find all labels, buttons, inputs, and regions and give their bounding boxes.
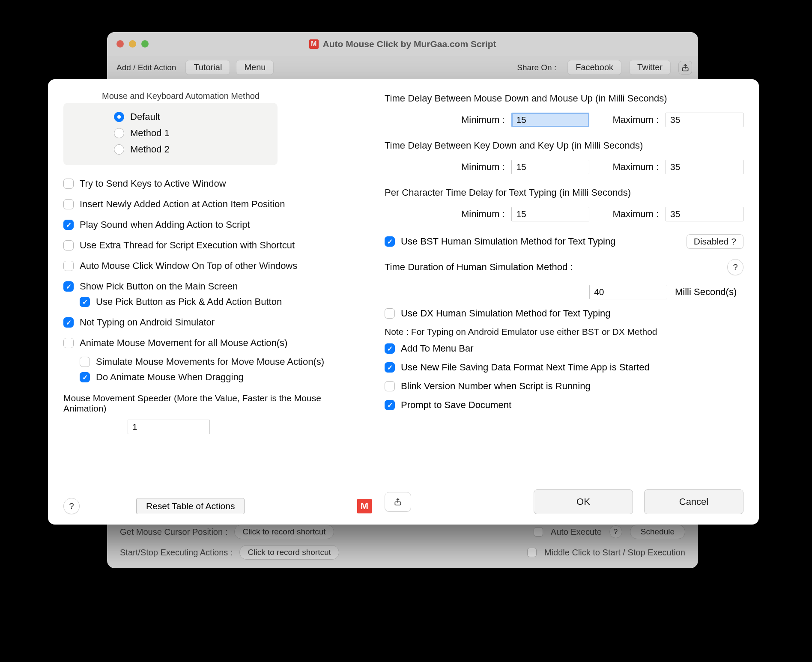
send-keys-label: Try to Send Keys to Active Window xyxy=(80,178,226,189)
mouse-max-label: Maximum : xyxy=(612,114,659,125)
send-keys-checkbox[interactable] xyxy=(63,179,74,189)
extra-thread-checkbox[interactable] xyxy=(63,240,74,250)
method-1-label: Method 1 xyxy=(130,128,170,139)
key-delay-title: Time Delay Between Key Down and Key Up (… xyxy=(385,140,743,151)
char-min-label: Minimum : xyxy=(461,209,505,220)
animate-drag-checkbox[interactable] xyxy=(80,372,90,382)
show-pick-checkbox[interactable] xyxy=(63,281,74,292)
sim-move-checkbox[interactable] xyxy=(80,357,90,367)
mouse-max-input[interactable] xyxy=(666,113,743,127)
pick-add-label: Use Pick Button as Pick & Add Action But… xyxy=(96,296,282,307)
prompt-save-checkbox[interactable] xyxy=(385,400,395,410)
hs-unit-label: Milli Second(s) xyxy=(675,286,743,298)
pick-add-checkbox[interactable] xyxy=(80,297,90,307)
sheet-share-button[interactable] xyxy=(385,492,411,512)
cancel-button[interactable]: Cancel xyxy=(644,489,743,514)
mouse-min-label: Minimum : xyxy=(461,114,505,125)
on-top-checkbox[interactable] xyxy=(63,261,74,271)
extra-thread-label: Use Extra Thread for Script Execution wi… xyxy=(80,240,295,251)
use-bst-label: Use BST Human Simulation Method for Text… xyxy=(401,236,615,247)
prompt-save-label: Prompt to Save Document xyxy=(401,400,511,411)
key-min-label: Minimum : xyxy=(461,161,505,173)
speeder-label: Mouse Movement Speeder (More the Value, … xyxy=(63,393,329,414)
animate-all-checkbox[interactable] xyxy=(63,338,74,348)
reset-table-button[interactable]: Reset Table of Actions xyxy=(136,498,245,514)
method-default-radio[interactable] xyxy=(114,112,124,122)
new-file-format-checkbox[interactable] xyxy=(385,362,395,373)
char-max-input[interactable] xyxy=(666,207,743,221)
hs-duration-input[interactable] xyxy=(589,285,667,299)
not-android-label: Not Typing on Android Simulator xyxy=(80,317,215,328)
app-badge-icon: M xyxy=(357,499,372,513)
android-note: Note : For Typing on Android Emulator us… xyxy=(385,327,743,337)
ok-button[interactable]: OK xyxy=(534,489,633,514)
add-menubar-checkbox[interactable] xyxy=(385,343,395,354)
on-top-label: Auto Mouse Click Window On Top of other … xyxy=(80,260,297,271)
char-delay-title: Per Character Time Delay for Text Typing… xyxy=(385,187,743,198)
method-title: Mouse and Keyboard Automation Method xyxy=(102,91,278,101)
help-button[interactable]: ? xyxy=(63,498,80,514)
add-menubar-label: Add To Menu Bar xyxy=(401,343,474,354)
speeder-input[interactable] xyxy=(128,420,210,434)
new-file-format-label: Use New File Saving Data Format Next Tim… xyxy=(401,362,650,373)
mouse-min-input[interactable] xyxy=(511,113,589,127)
insert-new-checkbox[interactable] xyxy=(63,199,74,209)
key-min-input[interactable] xyxy=(511,160,589,174)
method-2-radio[interactable] xyxy=(114,144,124,155)
use-dx-label: Use DX Human Simulation Method for Text … xyxy=(401,308,611,319)
play-sound-checkbox[interactable] xyxy=(63,220,74,230)
use-bst-checkbox[interactable] xyxy=(385,236,395,247)
insert-new-label: Insert Newly Added Action at Action Item… xyxy=(80,199,285,210)
char-max-label: Maximum : xyxy=(612,209,659,220)
hs-help-button[interactable]: ? xyxy=(727,259,743,275)
key-max-label: Maximum : xyxy=(612,161,659,173)
key-max-input[interactable] xyxy=(666,160,743,174)
settings-sheet: Mouse and Keyboard Automation Method Def… xyxy=(48,79,759,525)
sim-move-label: Simulate Mouse Movements for Move Mouse … xyxy=(96,356,324,367)
disabled-button[interactable]: Disabled ? xyxy=(687,234,743,249)
method-2-label: Method 2 xyxy=(130,144,170,155)
method-default-label: Default xyxy=(130,111,160,122)
not-android-checkbox[interactable] xyxy=(63,317,74,328)
show-pick-label: Show Pick Button on the Main Screen xyxy=(80,281,238,292)
animate-all-label: Animate Mouse Movement for all Mouse Act… xyxy=(80,337,287,349)
play-sound-label: Play Sound when Adding Action to Script xyxy=(80,219,250,230)
use-dx-checkbox[interactable] xyxy=(385,308,395,319)
method-card: Default Method 1 Method 2 xyxy=(63,103,278,165)
animate-drag-label: Do Animate Mouse When Dragging xyxy=(96,372,244,383)
mouse-delay-title: Time Delay Between Mouse Down and Mouse … xyxy=(385,93,743,104)
method-1-radio[interactable] xyxy=(114,128,124,138)
blink-label: Blink Version Number when Script is Runn… xyxy=(401,381,591,392)
hs-duration-label: Time Duration of Human Simulation Method… xyxy=(385,262,573,273)
char-min-input[interactable] xyxy=(511,207,589,221)
blink-checkbox[interactable] xyxy=(385,381,395,391)
